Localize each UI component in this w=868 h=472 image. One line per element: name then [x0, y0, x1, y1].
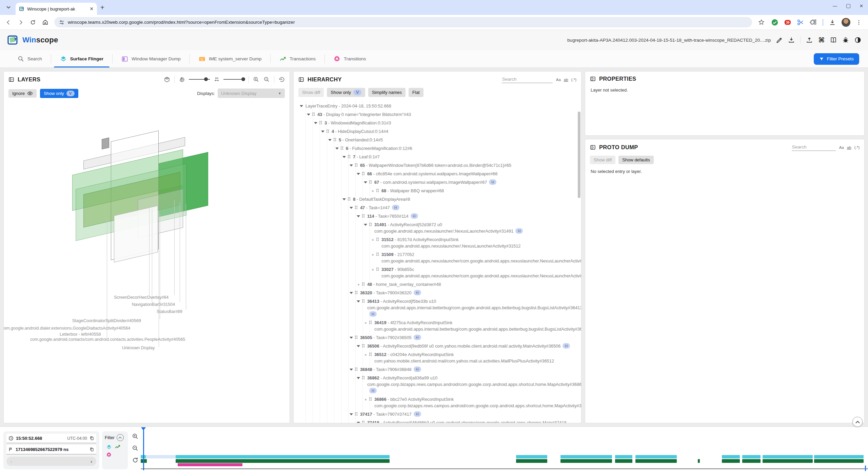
copy-icon[interactable] [90, 436, 94, 441]
timeline-buffer-segment[interactable] [146, 455, 176, 458]
timeline-segment[interactable] [635, 455, 677, 458]
timeline-segment[interactable] [560, 455, 612, 458]
hierarchy-node[interactable]: 68 - Wallpaper BBQ wrapper#68 [296, 186, 581, 195]
timeline-segment[interactable] [742, 455, 761, 458]
hierarchy-node[interactable]: 36413 - ActivityRecord{f5be33b u10 com.g… [296, 297, 581, 318]
extension-status-icon[interactable] [771, 19, 778, 26]
expand-toggle[interactable] [370, 188, 376, 192]
timeline-segment[interactable] [178, 463, 242, 466]
expand-toggle[interactable] [334, 145, 340, 150]
copy-icon[interactable] [90, 447, 94, 452]
match-case-icon[interactable]: Aa [556, 78, 561, 82]
shortcuts-icon[interactable]: ⌘ [818, 36, 825, 44]
show-only-v-button[interactable]: Show only V [327, 88, 365, 97]
hierarchy-node[interactable]: 4 - HideDisplayCutout:0:14#4 [296, 127, 581, 136]
timeline-track-area[interactable] [141, 427, 868, 472]
reload-button[interactable] [28, 17, 38, 27]
expand-toggle[interactable] [362, 179, 369, 183]
home-button[interactable] [40, 17, 50, 27]
timeline-segment[interactable] [176, 455, 390, 458]
timeline-zoom-reset-icon[interactable] [132, 457, 139, 464]
tab-transactions[interactable]: Transactions [271, 50, 324, 67]
rotation-icon[interactable] [179, 76, 185, 82]
hierarchy-node[interactable]: 47 - Task=1#47H [296, 203, 581, 212]
layer-spacing-icon[interactable] [214, 76, 219, 82]
bookmark-star-icon[interactable] [756, 17, 766, 27]
layer-rect[interactable] [102, 137, 109, 149]
upload-icon[interactable] [806, 37, 813, 43]
expand-toggle[interactable] [355, 298, 361, 302]
timeline-segment[interactable] [763, 459, 813, 463]
tab-surface-flinger[interactable]: Surface Flinger [51, 50, 112, 67]
timeline-segment[interactable] [742, 459, 761, 463]
surface-flinger-trace-icon[interactable] [106, 444, 112, 450]
edit-file-icon[interactable] [776, 37, 783, 43]
timeline-segment[interactable] [176, 459, 390, 463]
tab-ime-system-server-dump[interactable]: IME system_server Dump [190, 50, 270, 67]
timeline-scroll-track[interactable] [141, 468, 868, 469]
hierarchy-node[interactable]: 36862 - ActivityRecord{a836a99 u10 com.g… [296, 374, 581, 395]
tab-window-manager-dump[interactable]: Window Manager Dump [113, 50, 190, 67]
expand-toggle[interactable] [362, 396, 369, 400]
timeline-segment[interactable] [516, 455, 547, 458]
back-button[interactable] [3, 17, 14, 27]
expand-toggle[interactable] [370, 266, 376, 271]
proto-dump-search-input[interactable] [792, 143, 836, 151]
site-settings-icon[interactable] [59, 20, 64, 25]
timeline-segment[interactable] [763, 455, 813, 458]
hierarchy-node[interactable]: 33027 - 90b855c com.google.android.apps.… [296, 265, 581, 280]
ns-time-field[interactable]: 1713469852667522979 ns [6, 445, 96, 454]
zoom-out-icon[interactable] [263, 76, 270, 83]
expand-toggle[interactable] [362, 319, 369, 324]
timeline-zoom-out-icon[interactable] [132, 445, 139, 452]
transactions-trace-icon[interactable] [115, 444, 120, 450]
flat-button[interactable]: Flat [409, 88, 423, 97]
extensions-puzzle-icon[interactable] [810, 19, 817, 26]
expand-toggle[interactable] [362, 221, 369, 226]
hierarchy-node[interactable]: LayerTraceEntry - 2024-04-18, 15:50:52.6… [296, 102, 581, 110]
previous-entry-button[interactable]: ‹ [11, 459, 12, 464]
expand-toggle[interactable] [370, 236, 376, 241]
spacing-slider[interactable] [223, 79, 244, 80]
hierarchy-node[interactable]: 36848 - Task=7906#36848H [296, 365, 581, 374]
hierarchy-node[interactable]: 7 - Leaf:0:1#7 [296, 153, 581, 161]
hierarchy-node[interactable]: 36506 - ActivityRecord{9edb56f u0 com.ya… [296, 342, 581, 350]
next-entry-button[interactable]: › [91, 459, 92, 464]
human-time-field[interactable]: 15:50:52.668 UTC-04:00 [6, 434, 96, 443]
browser-menu-icon[interactable] [856, 19, 862, 25]
expand-toggle[interactable] [348, 366, 354, 371]
timeline-segment[interactable] [635, 459, 677, 463]
expand-toggle[interactable] [298, 103, 304, 107]
hierarchy-node[interactable]: 66 - c6c854e com.android.systemui.wallpa… [296, 170, 581, 178]
extension-red-icon[interactable] [784, 19, 791, 26]
hierarchy-node[interactable]: 36320 - Task=7900#36320H [296, 289, 581, 297]
rotation-slider[interactable] [189, 79, 210, 80]
filter-presets-button[interactable]: Filter Presets [814, 53, 859, 65]
timeline-segment[interactable] [560, 459, 612, 463]
timeline-cursor-handle[interactable] [141, 427, 146, 431]
expand-toggle[interactable] [320, 128, 326, 133]
tab-close-icon[interactable]: ✕ [90, 6, 94, 12]
hierarchy-node[interactable]: 43 - Display 0 name="Integrierter Bildsc… [296, 110, 581, 119]
hierarchy-node[interactable]: 48 - home_task_overlay_container#48 [296, 280, 581, 289]
regex-icon[interactable]: (.*) [854, 145, 860, 150]
layer-rect[interactable] [114, 205, 158, 262]
dark-mode-toggle-icon[interactable] [854, 37, 861, 43]
expand-toggle[interactable] [341, 196, 347, 200]
new-tab-button[interactable]: + [100, 4, 104, 12]
collapse-timeline-button[interactable] [852, 417, 863, 427]
hierarchy-node[interactable]: 31491 - ActivityRecord{52d3872 u0 com.go… [296, 220, 581, 235]
expand-toggle[interactable] [348, 204, 354, 209]
expand-toggle[interactable] [348, 162, 354, 166]
show-diff-button[interactable]: Show diff [590, 156, 615, 164]
hierarchy-node[interactable]: 8 - DefaultTaskDisplayArea#8 [296, 195, 581, 203]
documentation-icon[interactable] [830, 37, 837, 43]
expand-toggle[interactable] [370, 251, 376, 256]
timeline-zoom-in-icon[interactable] [132, 433, 139, 440]
forward-button[interactable] [16, 17, 26, 27]
expand-toggle[interactable] [355, 171, 361, 175]
window-minimize-icon[interactable]: — [833, 3, 837, 8]
match-word-icon[interactable]: ab [564, 78, 568, 82]
timeline-segment[interactable] [615, 459, 632, 463]
expand-toggle[interactable] [355, 419, 361, 423]
